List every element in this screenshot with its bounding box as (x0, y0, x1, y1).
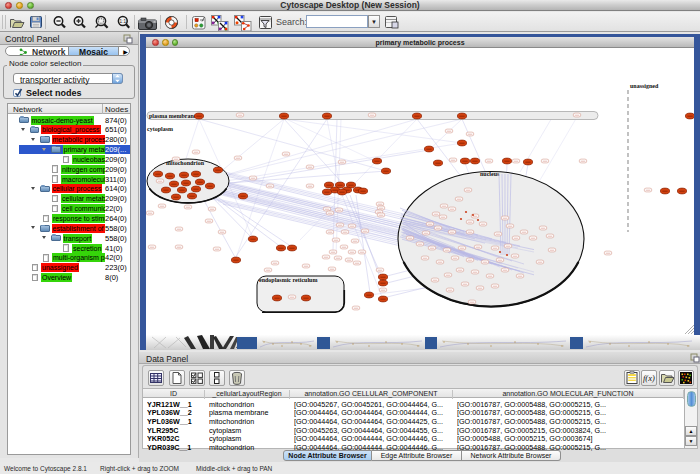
svg-text:f(x): f(x) (643, 373, 655, 383)
svg-text:nucleus: nucleus (480, 171, 500, 177)
svg-text:unassigned: unassigned (630, 83, 659, 89)
svg-text:1:1: 1:1 (120, 19, 127, 24)
svg-text:endoplasmic reticulum: endoplasmic reticulum (259, 277, 317, 283)
svg-text:plasma membrane: plasma membrane (149, 113, 197, 119)
svg-text:cytoplasm: cytoplasm (147, 126, 173, 132)
svg-text:mitochondrion: mitochondrion (166, 160, 205, 166)
